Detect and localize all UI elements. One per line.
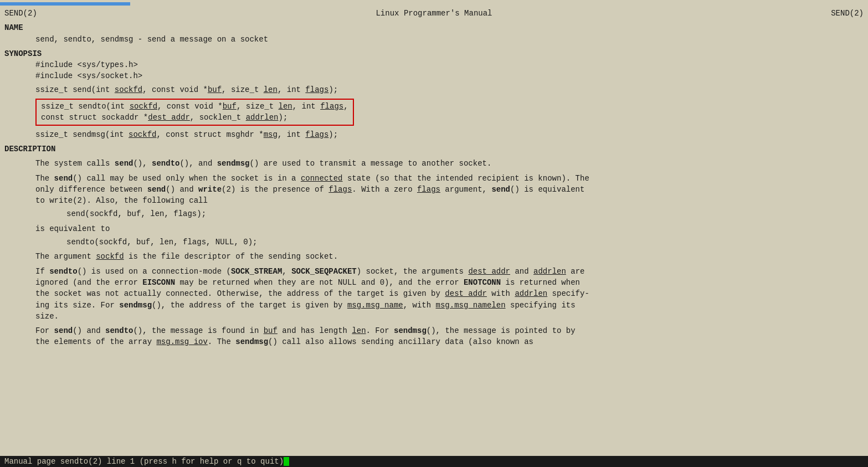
synopsis-func1: ssize_t send(int sockfd, const void *buf… [4,84,864,95]
name-section: NAME send, sendto, sendmsg - send a mess… [4,22,864,45]
msg-msg-iov-underline: msg.msg_iov [156,337,207,346]
header-left: SEND(2) [4,8,37,19]
synopsis-title: SYNOPSIS [4,48,864,59]
synopsis-func2-wrapper: ssize_t sendto(int sockfd, const void *b… [4,97,864,127]
addrlen-underline-1: addrlen [246,113,279,122]
flags-underline-4: flags [328,185,352,194]
send-bold-5: send [54,326,73,335]
msg-msg-namelen-underline: msg.msg_namelen [436,301,506,310]
len-underline-2: len [279,102,292,111]
flags-underline-1: flags [305,85,328,94]
connected-underline: connected [301,174,343,183]
buf-underline-1: buf [208,85,222,94]
description-title: DESCRIPTION [4,143,864,155]
sendmsg-bold-2: sendmsg [119,301,152,310]
dest-addr-underline: dest_addr [148,113,190,122]
description-para5: For send() and sendto(), the message is … [4,325,864,348]
sockfd-underline-4: sockfd [96,252,124,261]
bottom-status-bar: Manual page sendto(2) line 1 (press h fo… [0,456,868,467]
buf-underline-2: buf [223,102,237,111]
description-section: DESCRIPTION The system calls send(), sen… [4,143,864,348]
sendmsg-bold-1: sendmsg [217,159,250,168]
dest-addr-underline-3: dest_addr [445,289,487,298]
synopsis-include2: #include <sys/socket.h> [4,70,864,81]
write-bold-1: write [198,185,222,194]
sockfd-underline-3: sockfd [129,130,156,139]
name-content: send, sendto, sendmsg - send a message o… [4,34,864,45]
buf-underline-2: buf [264,326,278,335]
msg-underline-1: msg [264,130,278,139]
dest-addr-underline-2: dest_addr [468,267,510,276]
sendmsg-bold-4: sendmsg [235,337,268,346]
header-right: SEND(2) [831,8,864,19]
send-bold-2: send [54,174,73,183]
send-bold-3: send [147,185,166,194]
cursor-block [284,457,289,466]
sock-seqpacket-bold: SOCK_SEQPACKET [291,267,357,276]
sendto-bold-3: sendto [105,326,133,335]
terminal-window: SEND(2) Linux Programmer's Manual SEND(2… [0,0,868,467]
send-bold-1: send [115,159,133,168]
msg-msg-name-underline: msg.msg_name [347,301,403,310]
bottom-bar-text: Manual page sendto(2) line 1 (press h fo… [4,457,284,466]
synopsis-func2-line1: ssize_t sendto(int sockfd, const void *b… [41,101,348,112]
description-para2: The send() call may be used only when th… [4,173,864,207]
header-center: Linux Programmer's Manual [376,8,492,19]
main-content: SEND(2) Linux Programmer's Manual SEND(2… [0,7,868,349]
top-bar [0,2,868,6]
addrlen-underline-3: addrlen [515,289,547,298]
synopsis-sendto-box: ssize_t sendto(int sockfd, const void *b… [35,99,354,126]
description-para3: The argument sockfd is the file descript… [4,251,864,262]
sockfd-underline-2: sockfd [130,102,157,111]
enotconn-bold: ENOTCONN [464,278,501,287]
len-underline-1: len [264,85,278,94]
send-bold-4: send [491,185,510,194]
synopsis-section: SYNOPSIS #include <sys/types.h> #include… [4,48,864,140]
sock-stream-bold: SOCK_STREAM [231,267,282,276]
code-example-2: sendto(sockfd, buf, len, flags, NULL, 0)… [4,237,864,248]
description-para1: The system calls send(), sendto(), and s… [4,158,864,169]
flags-underline-2: flags [320,102,343,111]
eisconn-bold: EISCONN [142,278,175,287]
synopsis-include1: #include <sys/types.h> [4,59,864,70]
description-para4: If sendto() is used on a connection-mode… [4,266,864,322]
addrlen-underline-2: addrlen [533,267,566,276]
sendto-bold-2: sendto [49,267,77,276]
flags-underline-3: flags [305,130,328,139]
flags-underline-5: flags [417,185,440,194]
sendto-bold-1: sendto [152,159,179,168]
len-underline-2: len [352,326,366,335]
man-page-header: SEND(2) Linux Programmer's Manual SEND(2… [4,8,864,19]
synopsis-func3: ssize_t sendmsg(int sockfd, const struct… [4,129,864,140]
is-equivalent-to: is equivalent to [4,223,864,234]
synopsis-func2-line2: const struct sockaddr *dest_addr, sockle… [41,112,348,123]
name-title: NAME [4,22,864,33]
code-example-1: send(sockfd, buf, len, flags); [4,208,864,219]
sockfd-underline-1: sockfd [115,85,142,94]
sendmsg-bold-3: sendmsg [394,326,427,335]
